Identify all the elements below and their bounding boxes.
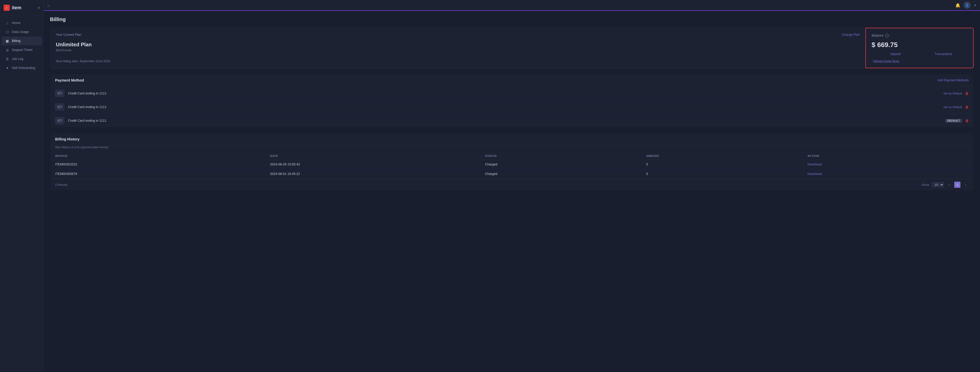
payment-method-header: Payment Method Add Payment Methods [50,74,974,87]
invoice-date: 2024-08-01 15:45:22 [270,172,485,176]
svg-rect-8 [58,121,59,122]
billing-history-description: See history of your payment plan invoice [50,146,974,152]
invoice-status: Charged [485,163,646,166]
invoice-date: 2024-08-26 15:05:42 [270,163,485,166]
show-label: Show: [921,183,930,186]
sidebar-item-label: Billing [12,39,20,43]
sidebar-item-label: Self Onboarding [12,66,35,70]
top-section: Your Current Plan Change Plan Unlimited … [50,27,974,68]
svg-rect-1 [57,92,62,93]
pagination: Show: 10 25 50 ‹ 1 › [921,182,969,188]
table-footer: 2 Results Show: 10 25 50 ‹ 1 › [50,179,974,190]
billing-history-section: Billing History See history of your paym… [50,133,974,190]
sidebar: i item ≡ ⌂ Home ⬡ Data Usage ▦ Billing ◎… [0,0,44,372]
current-plan-card: Your Current Plan Change Plan Unlimited … [50,28,865,68]
self-onboarding-icon: ✦ [5,66,9,70]
col-action: ACTION [808,154,969,157]
change-plan-button[interactable]: Change Plan [842,33,860,36]
sidebar-toggle[interactable]: ≡ [38,6,40,10]
your-current-plan-label: Your Current Plan [56,33,81,36]
results-count: 2 Results [55,183,67,186]
deposit-button[interactable]: Deposit [872,52,920,56]
invoice-id: ITEM00300879 [55,172,270,176]
card-icon [55,103,64,111]
plan-price: $833/month [56,49,860,52]
invoice-id: ITEM00301015 [55,163,270,166]
set-default-button[interactable]: Set as Default [943,106,962,109]
payment-card-row: Credit Card ending in 1111 Set as Defaul… [50,87,974,100]
svg-rect-5 [58,107,59,108]
col-status: STATUS [485,154,646,157]
billing-history-header: Billing History [50,133,974,146]
data-usage-icon: ⬡ [5,30,9,34]
invoice-amount: 0 [646,172,808,176]
balance-card: Balance i $ 669.75 Deposit Transactions … [865,28,974,68]
card-label: Credit Card ending in 1111 [68,119,945,122]
sidebar-item-home[interactable]: ⌂ Home [2,19,42,27]
card-icon [55,90,64,97]
next-page-button[interactable]: › [963,182,969,188]
set-default-button[interactable]: Set as Default [943,92,962,95]
svg-rect-4 [57,106,62,107]
notification-bell-icon[interactable]: 🔔 [955,3,961,8]
job-log-icon: ☰ [5,57,9,61]
topbar-home-icon[interactable]: ⌂ [48,3,50,8]
invoice-amount: 0 [646,163,808,166]
sidebar-item-label: Job Log [12,57,23,61]
download-invoice-button[interactable]: Download [808,172,969,176]
billing-icon: ▦ [5,39,9,43]
payment-card-row: Credit Card ending in 1111 Set as Defaul… [50,100,974,114]
col-invoice: INVOICE [55,154,270,157]
nav-menu: ⌂ Home ⬡ Data Usage ▦ Billing ◎ Support … [0,16,43,372]
payment-method-title: Payment Method [55,78,84,82]
topbar: ⌂ 🔔 👤 ▼ [44,0,980,11]
payment-method-section: Payment Method Add Payment Methods Credi… [50,74,974,127]
topbar-right: 🔔 👤 ▼ [955,2,977,9]
card-icon [55,117,64,124]
svg-rect-2 [58,93,59,94]
svg-rect-0 [57,92,62,95]
page-1-button[interactable]: 1 [954,182,961,188]
sidebar-item-self-onboarding[interactable]: ✦ Self Onboarding [2,63,42,72]
transactions-button[interactable]: Transactions [920,52,967,56]
delete-card-icon[interactable]: 🗑 [965,91,969,95]
sidebar-item-billing[interactable]: ▦ Billing [2,36,42,45]
billing-table-row: ITEM00301015 2024-08-26 15:05:42 Charged… [50,160,974,169]
card-label: Credit Card ending in 1111 [68,105,943,109]
default-badge: DEFAULT [945,119,962,123]
home-icon: ⌂ [5,21,9,25]
per-page-select[interactable]: 10 25 50 [932,182,944,187]
avatar[interactable]: 👤 [964,2,971,9]
main-area: ⌂ 🔔 👤 ▼ Billing Your Current Plan Change… [44,0,980,372]
add-payment-method-button[interactable]: Add Payment Methods [937,78,969,82]
balance-info-icon[interactable]: i [885,34,889,37]
download-invoice-button[interactable]: Download [808,163,969,166]
delete-card-icon[interactable]: 🗑 [965,119,969,123]
deposit-terms: * Deposit Usage Terms [872,59,967,63]
svg-rect-3 [57,105,62,109]
support-icon: ◎ [5,48,9,52]
col-amount: AMOUNT [646,154,808,157]
sidebar-item-label: Data Usage [12,30,29,34]
delete-card-icon[interactable]: 🗑 [965,105,969,109]
app-name: item [12,5,21,11]
sidebar-item-data-usage[interactable]: ⬡ Data Usage [2,27,42,36]
deposit-usage-terms-link[interactable]: Deposit Usage Terms [873,59,899,63]
balance-header: Balance i [872,33,967,37]
page-title: Billing [50,16,974,22]
sidebar-item-support-ticket[interactable]: ◎ Support Ticket [2,46,42,54]
payment-card-row: Credit Card ending in 1111 DEFAULT 🗑 [50,114,974,127]
plan-name: Unlimited Plan [56,42,860,47]
balance-actions: Deposit Transactions [872,52,967,56]
col-date: DATE [270,154,485,157]
sidebar-item-job-log[interactable]: ☰ Job Log [2,55,42,63]
prev-page-button[interactable]: ‹ [946,182,952,188]
avatar-icon: 👤 [965,3,969,7]
sidebar-item-label: Home [12,21,20,25]
balance-label: Balance [872,33,884,37]
plan-header: Your Current Plan Change Plan [56,33,860,36]
page-content: Billing Your Current Plan Change Plan Un… [44,11,980,372]
billing-history-title: Billing History [55,137,80,141]
next-billing-date: Next billing date: September 22nd 2024 [56,59,860,63]
billing-table-row: ITEM00300879 2024-08-01 15:45:22 Charged… [50,169,974,179]
